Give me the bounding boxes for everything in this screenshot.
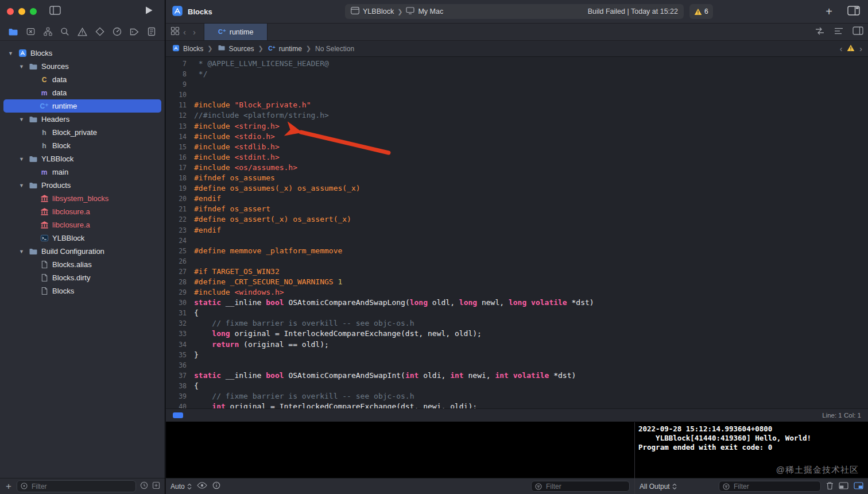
tree-item-main[interactable]: mmain <box>3 165 161 179</box>
line-number[interactable]: 28 <box>166 277 191 287</box>
issue-navigator-icon[interactable] <box>77 26 88 37</box>
tab-runtime[interactable]: C⁺ runtime <box>204 24 268 40</box>
line-number[interactable]: 8 <box>166 69 191 79</box>
line-number[interactable]: 40 <box>166 402 191 408</box>
tree-item-blocks[interactable]: ▼Blocks <box>3 47 161 60</box>
breadcrumb-item[interactable]: No Selection <box>315 45 354 53</box>
quicklook-eye-icon[interactable] <box>197 482 207 491</box>
console-scope-popup[interactable]: All Output <box>640 483 677 491</box>
go-back-button[interactable]: ‹ <box>180 27 189 37</box>
close-window-button[interactable] <box>7 8 14 15</box>
source-control-navigator-icon[interactable] <box>25 26 36 37</box>
find-navigator-icon[interactable] <box>59 26 71 37</box>
scheme-name[interactable]: YLBBlock <box>363 7 394 16</box>
zoom-window-button[interactable] <box>30 8 37 15</box>
toggle-variables-view-icon[interactable] <box>839 482 848 491</box>
activity-scheme-pill[interactable]: YLBBlock ❯ My Mac Build Failed | Today a… <box>345 4 684 19</box>
tree-item-data[interactable]: mdata <box>3 86 161 99</box>
issue-warning-icon[interactable] <box>847 44 855 53</box>
line-number[interactable]: 24 <box>166 236 191 246</box>
tree-item-runtime[interactable]: C⁺runtime <box>3 99 161 113</box>
tree-item-block[interactable]: hBlock <box>3 139 161 152</box>
variables-scope-popup[interactable]: Auto <box>170 483 192 491</box>
inspector-toggle-icon[interactable] <box>852 26 863 37</box>
tree-item-libclosure-a[interactable]: libclosure.a <box>3 218 161 231</box>
tree-item-sources[interactable]: ▼Sources <box>3 60 161 73</box>
tree-item-headers[interactable]: ▼Headers <box>3 113 161 126</box>
tree-item-products[interactable]: ▼Products <box>3 179 161 192</box>
line-number[interactable]: 16 <box>166 152 191 163</box>
tree-item-build-configuration[interactable]: ▼Build Configuration <box>3 245 161 258</box>
console-filter-input[interactable] <box>733 482 804 491</box>
line-number[interactable]: 31 <box>166 308 191 318</box>
line-number[interactable]: 36 <box>166 360 191 370</box>
next-issue-icon[interactable]: › <box>859 44 862 53</box>
editor-layout-icon[interactable] <box>847 6 860 18</box>
line-number[interactable]: 29 <box>166 287 191 298</box>
recents-filter-icon[interactable] <box>140 481 148 492</box>
code-review-icon[interactable] <box>815 27 825 37</box>
line-number[interactable]: 13 <box>166 121 191 132</box>
tree-item-block-private[interactable]: hBlock_private <box>3 126 161 139</box>
line-number[interactable]: 9 <box>166 79 191 90</box>
line-number[interactable]: 23 <box>166 225 191 236</box>
clear-console-trash-icon[interactable] <box>826 481 834 492</box>
add-file-button[interactable]: + <box>5 481 13 491</box>
line-number[interactable]: 7 <box>166 59 191 69</box>
line-number[interactable]: 35 <box>166 350 191 360</box>
disclosure-triangle-icon[interactable]: ▼ <box>18 183 25 188</box>
console-pane[interactable]: 2022-09-28 15:12:14.993604+0800 YLBBlock… <box>635 422 868 494</box>
test-navigator-icon[interactable] <box>94 26 106 37</box>
tree-item-ylbblock[interactable]: YLBBlock <box>3 231 161 245</box>
tree-item-data[interactable]: Cdata <box>3 73 161 86</box>
previous-issue-icon[interactable]: ‹ <box>840 44 843 53</box>
navigator-filter-input[interactable] <box>30 482 132 491</box>
console-filter-field[interactable] <box>719 481 821 492</box>
breadcrumb-item[interactable]: Sources <box>217 44 254 53</box>
line-number[interactable]: 20 <box>166 194 191 204</box>
line-number[interactable]: 15 <box>166 142 191 152</box>
symbol-navigator-icon[interactable] <box>42 26 53 37</box>
run-button[interactable] <box>145 6 153 17</box>
breadcrumb-item[interactable]: C⁺runtime <box>268 45 302 53</box>
go-forward-button[interactable]: › <box>189 27 199 37</box>
line-number[interactable]: 21 <box>166 204 191 214</box>
variables-filter-field[interactable] <box>531 481 630 492</box>
line-number[interactable]: 18 <box>166 173 191 183</box>
line-number[interactable]: 39 <box>166 391 191 402</box>
tree-item-blocks-alias[interactable]: Blocks.alias <box>3 258 161 271</box>
disclosure-triangle-icon[interactable]: ▼ <box>7 51 14 56</box>
build-status-text[interactable]: Build Failed | Today at 15:22 <box>588 7 678 16</box>
debug-navigator-icon[interactable] <box>111 26 123 37</box>
line-number[interactable]: 37 <box>166 370 191 381</box>
variables-filter-input[interactable] <box>545 482 616 491</box>
line-number[interactable]: 22 <box>166 214 191 225</box>
breakpoint-navigator-icon[interactable] <box>129 26 140 37</box>
disclosure-triangle-icon[interactable]: ▼ <box>18 117 25 122</box>
line-number[interactable]: 34 <box>166 339 191 350</box>
line-number[interactable]: 32 <box>166 318 191 329</box>
line-number[interactable]: 11 <box>166 100 191 110</box>
destination-name[interactable]: My Mac <box>418 7 443 16</box>
minimap-options-icon[interactable] <box>834 27 843 37</box>
tree-item-blocks[interactable]: Blocks <box>3 284 161 298</box>
source-editor[interactable]: 7 * @APPLE_LLVM_LICENSE_HEADER@8 */91011… <box>166 57 868 408</box>
sidebar-toggle-icon[interactable] <box>49 6 61 17</box>
line-number[interactable]: 38 <box>166 381 191 391</box>
disclosure-triangle-icon[interactable]: ▼ <box>18 249 25 254</box>
tree-item-libsystem-blocks[interactable]: libsystem_blocks <box>3 192 161 205</box>
disclosure-triangle-icon[interactable]: ▼ <box>18 64 25 70</box>
info-icon[interactable] <box>212 481 220 491</box>
line-number[interactable]: 12 <box>166 110 191 121</box>
tree-item-libclosure-a[interactable]: libclosure.a <box>3 205 161 218</box>
line-number[interactable]: 25 <box>166 246 191 256</box>
show-all-tabs-icon[interactable] <box>170 26 180 38</box>
line-number[interactable]: 19 <box>166 183 191 194</box>
line-number[interactable]: 10 <box>166 90 191 100</box>
toggle-console-view-icon[interactable] <box>854 482 863 491</box>
scm-status-filter-icon[interactable] <box>152 481 160 492</box>
tree-item-blocks-dirty[interactable]: Blocks.dirty <box>3 271 161 284</box>
navigator-filter-field[interactable] <box>17 480 136 492</box>
disclosure-triangle-icon[interactable]: ▼ <box>18 156 25 162</box>
line-number[interactable]: 30 <box>166 298 191 308</box>
